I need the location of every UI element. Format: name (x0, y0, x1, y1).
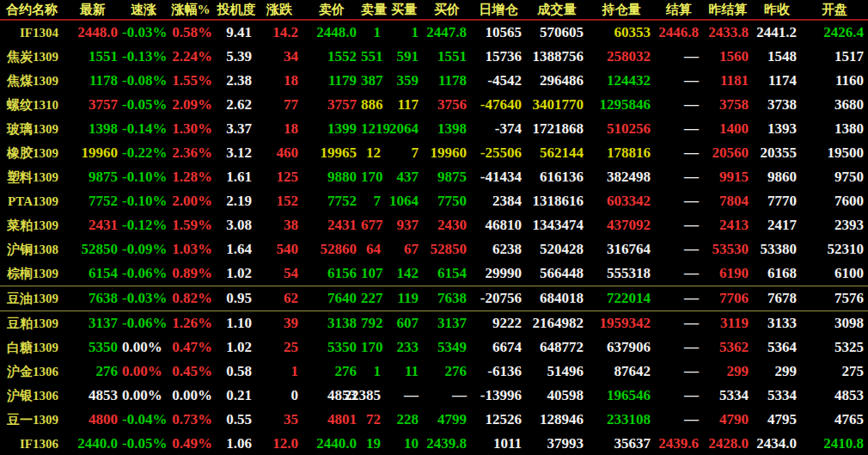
cell-speculation: 3.37 (217, 117, 256, 141)
cell-open-interest: 722014 (588, 286, 655, 311)
cell-prev-settle: 7804 (703, 189, 753, 213)
cell-open-interest: 437092 (588, 213, 655, 237)
cell-open-interest: 178816 (588, 141, 655, 165)
cell-bid-vol: — (385, 384, 423, 408)
cell-open-interest: 258032 (588, 45, 655, 69)
column-header-name[interactable]: 合约名称 (0, 0, 64, 20)
cell-ask-vol: 1 (361, 360, 385, 384)
cell-prev-settle: 9915 (703, 165, 753, 189)
table-row-螺纹1310[interactable]: 螺纹13103757-0.05%2.09%2.62773757886117375… (0, 93, 868, 117)
column-header-quick-change[interactable]: 速涨 (122, 0, 165, 20)
cell-day-position: -374 (471, 117, 526, 141)
cell-change-pct: 0.89% (165, 261, 217, 286)
column-header-last[interactable]: 最新 (64, 0, 122, 20)
table-row-豆粕1309[interactable]: 豆粕13093137-0.06%1.26%1.10393138792607313… (0, 311, 868, 336)
column-header-open[interactable]: 开盘 (801, 0, 868, 20)
cell-bid-vol: 233 (385, 335, 423, 360)
cell-change: 152 (256, 189, 303, 213)
column-header-speculation[interactable]: 投机度 (217, 0, 256, 20)
cell-ask-vol: 886 (361, 93, 385, 117)
cell-ask: 19965 (303, 141, 361, 165)
table-row-焦炭1309[interactable]: 焦炭13091551-0.13%2.24%5.39341552551591155… (0, 45, 868, 69)
cell-name: IF1304 (0, 20, 64, 45)
cell-change-pct: 2.36% (165, 141, 217, 165)
cell-open-interest: 637906 (588, 335, 655, 360)
table-row-IF1306[interactable]: IF13062440.0-0.05%0.49%1.0612.02440.0191… (0, 432, 868, 455)
table-row-菜粕1309[interactable]: 菜粕13092431-0.12%1.59%3.08382431677937243… (0, 213, 868, 237)
table-row-沪铜1308[interactable]: 沪铜130852850-0.09%1.03%1.6454052860646752… (0, 237, 868, 261)
futures-quote-table: 合约名称最新速涨涨幅%投机度涨跌卖价卖量买量买价日增仓成交量持仓量结算昨结算昨收… (0, 0, 868, 455)
cell-prev-settle: 20560 (703, 141, 753, 165)
cell-open-interest: 124432 (588, 69, 655, 93)
cell-name: 焦炭1309 (0, 45, 64, 69)
table-row-豆一1309[interactable]: 豆一13094800-0.04%0.73%0.55354801722284799… (0, 408, 868, 432)
cell-change: 25 (256, 335, 303, 360)
cell-name: 豆油1309 (0, 286, 64, 311)
cell-prev-close: 1393 (753, 117, 801, 141)
column-header-open-interest[interactable]: 持仓量 (588, 0, 655, 20)
cell-open: 2426.4 (801, 20, 868, 45)
column-header-volume[interactable]: 成交量 (526, 0, 588, 20)
cell-settle: — (655, 360, 703, 384)
table-row-PTA1309[interactable]: PTA13097752-0.10%2.00%2.1915277527106477… (0, 189, 868, 213)
cell-change-pct: 2.09% (165, 93, 217, 117)
table-row-橡胶1309[interactable]: 橡胶130919960-0.22%2.36%3.1246019965127199… (0, 141, 868, 165)
cell-open: 3098 (801, 311, 868, 336)
cell-bid-vol: 11 (385, 360, 423, 384)
table-row-IF1304[interactable]: IF13042448.0-0.03%0.58%9.4114.22448.0112… (0, 20, 868, 45)
cell-day-position: -41434 (471, 165, 526, 189)
column-header-day-position[interactable]: 日增仓 (471, 0, 526, 20)
table-row-沪金1306[interactable]: 沪金13062760.00%0.45%0.581276111276-613651… (0, 360, 868, 384)
cell-change-pct: 0.47% (165, 335, 217, 360)
cell-quick-change: -0.22% (122, 141, 165, 165)
cell-ask-vol: 12 (361, 141, 385, 165)
cell-prev-close: 20355 (753, 141, 801, 165)
cell-ask-vol: 170 (361, 165, 385, 189)
cell-ask: 7752 (303, 189, 361, 213)
column-header-settle[interactable]: 结算 (655, 0, 703, 20)
table-row-棕榈1309[interactable]: 棕榈13096154-0.06%0.89%1.02546156107142615… (0, 261, 868, 286)
cell-prev-settle: 2433.8 (703, 20, 753, 45)
cell-prev-close: 2417 (753, 213, 801, 237)
cell-quick-change: -0.12% (122, 213, 165, 237)
table-row-沪银1306[interactable]: 沪银130648530.00%0.00%0.210485322385——-139… (0, 384, 868, 408)
cell-prev-close: 7678 (753, 286, 801, 311)
cell-prev-settle: 53530 (703, 237, 753, 261)
cell-bid-vol: 228 (385, 408, 423, 432)
table-row-白糖1309[interactable]: 白糖130953500.00%0.47%1.022553501702335349… (0, 335, 868, 360)
cell-quick-change: -0.13% (122, 45, 165, 69)
cell-prev-settle: 5362 (703, 335, 753, 360)
cell-day-position: 9222 (471, 311, 526, 336)
cell-quick-change: -0.05% (122, 432, 165, 455)
cell-last: 9875 (64, 165, 122, 189)
cell-open: 7600 (801, 189, 868, 213)
cell-last: 4853 (64, 384, 122, 408)
cell-volume: 3401770 (526, 93, 588, 117)
column-header-change-pct[interactable]: 涨幅% (165, 0, 217, 20)
column-header-bid-vol[interactable]: 买量 (385, 0, 423, 20)
column-header-prev-settle[interactable]: 昨结算 (703, 0, 753, 20)
cell-bid: 2447.8 (423, 20, 471, 45)
cell-prev-settle: 3758 (703, 93, 753, 117)
cell-day-position: 15736 (471, 45, 526, 69)
table-row-豆油1309[interactable]: 豆油13097638-0.03%0.82%0.95627640227119763… (0, 286, 868, 311)
column-header-ask-vol[interactable]: 卖量 (361, 0, 385, 20)
cell-prev-settle: 6190 (703, 261, 753, 286)
cell-speculation: 9.41 (217, 20, 256, 45)
cell-speculation: 2.62 (217, 93, 256, 117)
table-row-玻璃1309[interactable]: 玻璃13091398-0.14%1.30%3.37181399121920641… (0, 117, 868, 141)
cell-day-position: 29990 (471, 261, 526, 286)
cell-prev-close: 299 (753, 360, 801, 384)
column-header-change[interactable]: 涨跌 (256, 0, 303, 20)
cell-day-position: 10565 (471, 20, 526, 45)
cell-ask-vol: 227 (361, 286, 385, 311)
table-row-焦煤1309[interactable]: 焦煤13091178-0.08%1.55%2.38181179387359117… (0, 69, 868, 93)
cell-quick-change: 0.00% (122, 335, 165, 360)
column-header-prev-close[interactable]: 昨收 (753, 0, 801, 20)
cell-change: 18 (256, 69, 303, 93)
cell-change: 14.2 (256, 20, 303, 45)
column-header-bid[interactable]: 买价 (423, 0, 471, 20)
cell-open-interest: 60353 (588, 20, 655, 45)
column-header-ask[interactable]: 卖价 (303, 0, 361, 20)
table-row-塑料1309[interactable]: 塑料13099875-0.10%1.28%1.61125988017043798… (0, 165, 868, 189)
